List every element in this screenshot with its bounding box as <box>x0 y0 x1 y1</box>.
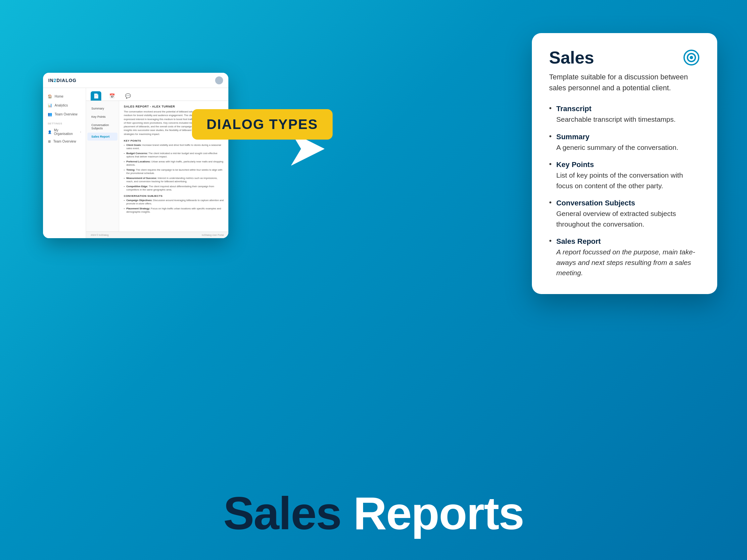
bullet-icon: • <box>549 198 552 207</box>
sidebar-item-analytics-label: Analytics <box>55 104 68 107</box>
bullet-icon: • <box>549 132 552 140</box>
info-card: Sales Template suitable for a discussion… <box>532 33 717 294</box>
dialog-types-badge: DIALOG TYPES <box>192 109 333 140</box>
tab-calendar[interactable]: 📅 <box>107 91 117 101</box>
info-card-description: Template suitable for a discussion betwe… <box>549 72 700 93</box>
bullet-icon: • <box>549 160 552 168</box>
sidebar-item-team-settings-label: Team Overview <box>53 140 76 143</box>
bottom-title-dark: Sales <box>224 487 341 539</box>
feature-summary-text: Summary A generic summary of the convers… <box>556 131 678 153</box>
key-point-4: Timing: The client requires the campaign… <box>124 168 224 175</box>
tab-document[interactable]: 📄 <box>91 91 101 101</box>
feature-list: • Transcript Searchable transcript with … <box>549 103 700 278</box>
team-settings-icon: 🖥 <box>48 140 51 143</box>
sidebar-item-my-org[interactable]: 👤 My Organisation › <box>43 126 86 138</box>
app-logo: IN2DIALOG <box>48 78 76 83</box>
app-sidebar: 🏠 Home 📊 Analytics 👥 Team Overview SETTI… <box>43 88 86 238</box>
key-point-3: Preferred Locations: Urban areas with hi… <box>124 160 224 167</box>
app-topbar: IN2DIALOG <box>43 73 228 88</box>
team-icon: 👥 <box>48 112 52 116</box>
settings-section-label: SETTINGS <box>43 119 86 126</box>
key-point-6: Competitive Edge: The client inquired ab… <box>124 185 224 192</box>
sidebar-item-home[interactable]: 🏠 Home <box>43 92 86 101</box>
key-point-5: Measurement of Success: Interest in unde… <box>124 177 224 184</box>
sidebar-item-team-overview[interactable]: 👥 Team Overview <box>43 110 86 119</box>
info-card-header: Sales <box>549 49 700 66</box>
tab-chat[interactable]: 💬 <box>123 91 133 101</box>
feature-transcript-text: Transcript Searchable transcript with ti… <box>556 103 676 125</box>
content-nav-conversation-subjects[interactable]: Conversation Subjects <box>87 121 118 132</box>
content-nav-sales-report[interactable]: Sales Report <box>87 133 118 140</box>
feature-transcript: • Transcript Searchable transcript with … <box>549 103 700 125</box>
feature-conv-subjects: • Conversation Subjects General overview… <box>549 197 700 229</box>
feature-conv-subjects-text: Conversation Subjects General overview o… <box>556 197 700 229</box>
conv-subject-1: Campaign Objectives: Discussion around l… <box>124 199 224 206</box>
app-screenshot-card: IN2DIALOG 🏠 Home 📊 Analytics 👥 Team Over… <box>43 73 228 238</box>
feature-key-points-text: Key Points List of key points of the con… <box>556 159 700 191</box>
feature-sales-report-text: Sales Report A report focussed on the pu… <box>556 236 700 278</box>
app-tabs: 📄 📅 💬 <box>86 88 228 101</box>
home-icon: 🏠 <box>48 94 52 99</box>
bottom-title: Sales Reports <box>224 486 524 540</box>
conv-subject-2: Placement Strategy: Focus on high-traffi… <box>124 207 224 214</box>
footer-left: 2024 © In2Dialog <box>91 234 108 236</box>
feature-key-points: • Key Points List of key points of the c… <box>549 159 700 191</box>
bullet-icon: • <box>549 237 552 245</box>
report-title: SALES REPORT - ALEX TURNER <box>124 105 224 108</box>
app-footer: 2024 © In2Dialog In2Dialog User Portal <box>86 232 228 238</box>
feature-sales-report: • Sales Report A report focussed on the … <box>549 236 700 278</box>
footer-right: In2Dialog User Portal <box>202 234 224 236</box>
content-nav: Summary Key Points Conversation Subjects… <box>86 101 119 232</box>
bottom-title-light: Reports <box>353 487 523 539</box>
org-icon: 👤 <box>48 130 52 134</box>
key-point-1: Client Goals: Increase brand visibility … <box>124 143 224 151</box>
analytics-icon: 📊 <box>48 103 52 107</box>
avatar <box>215 76 223 84</box>
info-card-title: Sales <box>549 49 594 66</box>
key-points-heading: KEY POINTS <box>124 139 224 142</box>
target-icon <box>683 49 700 66</box>
content-nav-summary[interactable]: Summary <box>87 105 118 112</box>
sidebar-item-team-overview-settings[interactable]: 🖥 Team Overview <box>43 138 86 145</box>
conv-subjects-heading: CONVERSATION SUBJECTS <box>124 194 224 197</box>
bullet-icon: • <box>549 104 552 112</box>
sidebar-item-home-label: Home <box>55 95 63 98</box>
key-point-2: Budget Concerns: The client indicated a … <box>124 152 224 159</box>
sidebar-item-team-label: Team Overview <box>55 112 77 116</box>
feature-summary: • Summary A generic summary of the conve… <box>549 131 700 153</box>
sidebar-item-org-label: My Organisation <box>54 128 78 136</box>
sidebar-item-analytics[interactable]: 📊 Analytics <box>43 101 86 110</box>
svg-point-3 <box>690 56 693 59</box>
content-nav-key-points[interactable]: Key Points <box>87 113 118 121</box>
